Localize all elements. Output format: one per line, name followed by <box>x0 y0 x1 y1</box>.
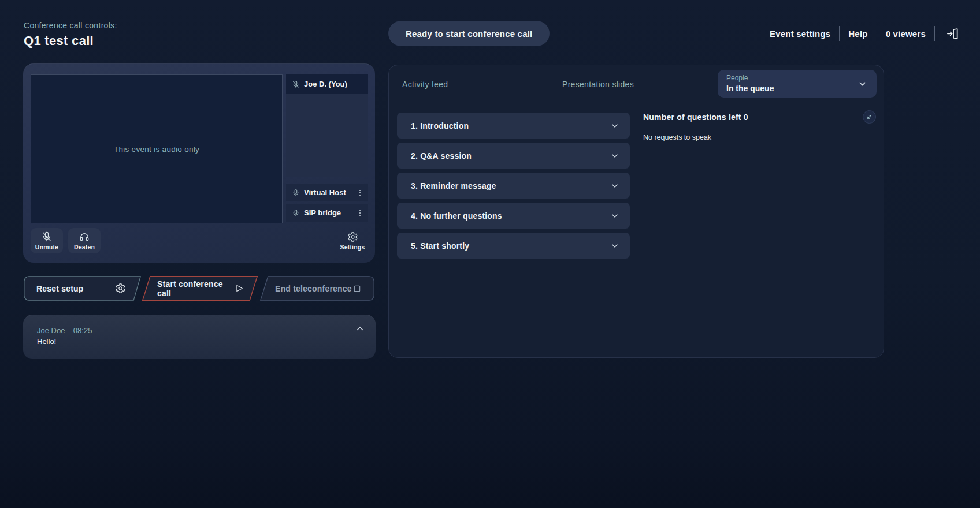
settings-label: Settings <box>340 244 365 251</box>
expand-diagonal-icon <box>866 113 873 121</box>
mic-muted-icon <box>292 80 300 88</box>
participant-sip-bridge[interactable]: SIP bridge <box>286 204 368 222</box>
divider <box>934 26 935 41</box>
participant-self[interactable]: Joe D. (You) <box>286 74 368 94</box>
feed-item-reminder-message[interactable]: 3. Reminder message <box>397 173 630 199</box>
expand-queue-button[interactable] <box>863 110 876 124</box>
no-requests-label: No requests to speak <box>643 133 711 141</box>
unmute-label: Unmute <box>35 244 58 251</box>
feed-item-label: 5. Start shortly <box>411 241 469 251</box>
video-area: This event is audio only <box>31 74 283 223</box>
event-settings-link[interactable]: Event settings <box>770 29 830 39</box>
divider <box>839 26 840 41</box>
deafen-button[interactable]: Deafen <box>68 228 101 253</box>
deafen-label: Deafen <box>74 244 95 251</box>
tab-presentation-slides[interactable]: Presentation slides <box>562 80 634 89</box>
call-status-pill: Ready to start conference call <box>388 21 550 46</box>
participant-name: SIP bridge <box>304 208 352 217</box>
divider <box>877 26 877 41</box>
stage-card: This event is audio only Joe D. (You) <box>23 64 375 263</box>
help-link[interactable]: Help <box>848 29 867 39</box>
feed-item-label: 2. Q&A session <box>411 151 472 160</box>
feed-item-start-shortly[interactable]: 5. Start shortly <box>397 233 630 259</box>
chevron-up-icon[interactable] <box>355 323 365 334</box>
leave-door-icon[interactable] <box>946 27 959 40</box>
chat-message: Hello! <box>37 337 56 346</box>
reset-setup-label: Reset setup <box>36 284 84 293</box>
questions-left-label: Number of questions left 0 <box>643 113 748 122</box>
tab-activity-feed[interactable]: Activity feed <box>402 80 448 89</box>
mic-icon <box>292 189 300 197</box>
people-dropdown[interactable]: People In the queue <box>718 70 877 98</box>
play-icon <box>234 283 244 293</box>
end-teleconference-label: End teleconference <box>275 284 352 293</box>
gear-icon <box>347 231 358 242</box>
feed-item-no-further-questions[interactable]: 4. No further questions <box>397 203 630 229</box>
viewers-count[interactable]: 0 viewers <box>886 29 926 39</box>
participant-virtual-host[interactable]: Virtual Host <box>286 184 368 201</box>
feed-item-introduction[interactable]: 1. Introduction <box>397 113 630 139</box>
chevron-down-icon <box>610 121 619 130</box>
feed-item-qa-session[interactable]: 2. Q&A session <box>397 143 630 169</box>
chevron-down-icon <box>610 211 619 221</box>
kebab-menu-icon[interactable] <box>356 189 364 197</box>
start-conference-call-label: Start conference call <box>157 279 234 298</box>
people-dropdown-value: In the queue <box>726 84 774 93</box>
page-header: Conference call controls: Q1 test call <box>24 21 117 48</box>
feed-item-label: 4. No further questions <box>411 211 502 221</box>
start-conference-call-button[interactable]: Start conference call <box>142 276 258 301</box>
participant-name: Virtual Host <box>304 188 352 197</box>
unmute-button[interactable]: Unmute <box>31 228 63 253</box>
headphones-icon <box>79 231 90 242</box>
settings-button[interactable]: Settings <box>337 228 368 253</box>
chevron-down-icon <box>610 181 619 190</box>
page-subtitle: Conference call controls: <box>24 21 117 30</box>
end-teleconference-button[interactable]: End teleconference <box>260 276 374 301</box>
stop-square-icon <box>352 284 362 293</box>
gear-icon <box>115 283 126 294</box>
header-actions: Event settings Help 0 viewers <box>670 21 959 46</box>
participant-column: Joe D. (You) <box>286 74 368 177</box>
participant-name: Joe D. (You) <box>304 80 347 88</box>
feed-item-label: 3. Reminder message <box>411 181 496 190</box>
audio-only-label: This event is audio only <box>114 145 199 154</box>
mic-muted-icon <box>41 231 53 242</box>
chevron-down-icon <box>610 241 619 251</box>
chat-author-time: Joe Doe – 08:25 <box>37 326 92 335</box>
page-title: Q1 test call <box>24 33 117 48</box>
chevron-down-icon <box>858 79 867 89</box>
chat-card: Joe Doe – 08:25 Hello! <box>23 315 376 359</box>
feed-item-label: 1. Introduction <box>411 121 469 130</box>
kebab-menu-icon[interactable] <box>356 209 364 217</box>
activity-panel: Activity feed Presentation slides People… <box>388 65 884 358</box>
divider <box>287 177 368 177</box>
people-dropdown-label: People <box>726 74 748 82</box>
chevron-down-icon <box>610 151 619 160</box>
reset-setup-button[interactable]: Reset setup <box>24 276 141 301</box>
mic-icon <box>292 209 300 217</box>
